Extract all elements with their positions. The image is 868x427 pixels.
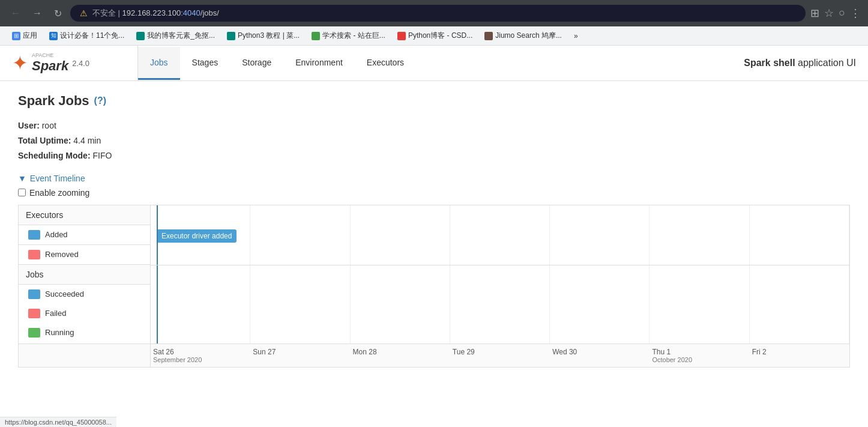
- grid-col-7: [750, 205, 849, 265]
- user-value-text: root: [42, 121, 56, 130]
- timeline-toggle-label: Event Timeline: [30, 174, 85, 183]
- legend-item-running: Running: [19, 323, 150, 342]
- timeline-axis-labels: Sat 26 September 2020 Sun 27 Mon 28 Tue …: [151, 344, 849, 367]
- axis-date-wed30: Wed 30: [552, 348, 647, 356]
- bookmark-3-label: Python3 教程 | 菜...: [238, 31, 300, 41]
- app-title-strong: Spark shell: [744, 58, 795, 68]
- bookmark-2[interactable]: 我的博客元素_免抠...: [131, 29, 220, 43]
- menu-icon[interactable]: ⋮: [850, 7, 861, 20]
- url-text: 不安全 | 192.168.223.100:4040/jobs/: [92, 8, 219, 19]
- axis-label-sat26: Sat 26 September 2020: [151, 347, 250, 365]
- grid-col-j1: [151, 265, 250, 344]
- timeline-container: Executors Added Removed Jobs Succeeded: [18, 205, 850, 368]
- axis-label-sun27: Sun 27: [250, 347, 350, 365]
- uptime-info: Total Uptime: 4.4 min: [18, 133, 850, 148]
- grid-col-j7: [750, 265, 849, 344]
- bookmark-4[interactable]: 学术搜索 - 站在巨...: [307, 29, 390, 43]
- axis-label-fri2: Fri 2: [750, 347, 849, 365]
- bookmark-apps[interactable]: ⊞ 应用: [7, 29, 42, 43]
- legend-item-succeeded: Succeeded: [19, 285, 150, 304]
- profile-icon[interactable]: ○: [839, 7, 845, 20]
- bookmark-3[interactable]: Python3 教程 | 菜...: [222, 29, 304, 43]
- legend-failed-label: Failed: [45, 309, 66, 318]
- axis-date-tue29: Tue 29: [453, 348, 547, 356]
- nav-link-environment[interactable]: Environment: [283, 47, 355, 80]
- axis-date-sat26: Sat 26: [153, 348, 248, 356]
- bookmark-6-icon: [484, 32, 493, 40]
- bookmark-5[interactable]: Python博客 - CSD...: [393, 29, 477, 43]
- timeline-arrow-icon: ▼: [18, 174, 26, 183]
- app-title-rest: application UI: [795, 58, 856, 68]
- bookmark-more-label: »: [574, 32, 578, 40]
- timeline-axis: Sat 26 September 2020 Sun 27 Mon 28 Tue …: [19, 344, 849, 367]
- grid-columns-executors: [151, 205, 849, 265]
- legend-item-failed: Failed: [19, 304, 150, 323]
- grid-col-3: [351, 205, 450, 265]
- bookmarks-bar: ⊞ 应用 知 设计必备！11个免... 我的博客元素_免抠... Python3…: [0, 26, 868, 46]
- apache-label: APACHE: [32, 52, 68, 58]
- grid-columns-jobs: [151, 265, 849, 344]
- translate-icon[interactable]: ⊞: [810, 7, 819, 20]
- axis-label-wed30: Wed 30: [550, 347, 649, 365]
- nav-link-jobs[interactable]: Jobs: [138, 47, 180, 80]
- bookmark-2-label: 我的博客元素_免抠...: [147, 31, 215, 41]
- bookmark-apps-label: 应用: [23, 31, 37, 41]
- grid-col-j6: [649, 265, 749, 344]
- executors-section-header: Executors: [19, 205, 150, 225]
- page-title: Spark Jobs (?): [18, 93, 850, 109]
- uptime-value-text: 4.4 min: [73, 136, 101, 145]
- forward-button[interactable]: →: [29, 7, 46, 20]
- bookmark-1[interactable]: 知 设计必备！11个免...: [44, 29, 129, 43]
- bookmark-3-icon: [227, 32, 235, 40]
- axis-date-fri2: Fri 2: [752, 348, 847, 356]
- timeline-cursor-jobs: [157, 265, 158, 344]
- nav-link-executors[interactable]: Executors: [355, 47, 416, 80]
- uptime-label: Total Uptime:: [18, 136, 71, 145]
- browser-chrome: ← → ↻ ⚠ 不安全 | 192.168.223.100:4040/jobs/…: [0, 0, 868, 26]
- removed-color-box: [28, 250, 40, 259]
- spark-version: 2.4.0: [72, 59, 89, 68]
- legend-item-removed: Removed: [19, 244, 150, 264]
- nav-link-storage[interactable]: Storage: [230, 47, 283, 80]
- spark-star-icon: ✦: [12, 52, 28, 74]
- bookmark-more[interactable]: »: [569, 30, 583, 42]
- grid-row-executors: Executor driver added: [151, 205, 849, 265]
- failed-color-box: [28, 309, 40, 318]
- grid-col-6: [649, 205, 749, 265]
- jobs-section-header: Jobs: [19, 264, 150, 285]
- legend-added-label: Added: [45, 230, 68, 239]
- bookmark-1-icon: 知: [49, 32, 58, 40]
- refresh-button[interactable]: ↻: [50, 7, 65, 20]
- timeline-cursor: [157, 205, 158, 265]
- bookmark-4-icon: [312, 32, 320, 40]
- axis-month-sep: September 2020: [153, 356, 248, 363]
- enable-zoom-checkbox[interactable]: [18, 189, 26, 196]
- user-info: User: root: [18, 118, 850, 133]
- bookmark-icon[interactable]: ☆: [824, 7, 834, 20]
- legend-item-added: Added: [19, 225, 150, 244]
- grid-col-j4: [450, 265, 550, 344]
- enable-zoom-label[interactable]: Enable zooming: [29, 188, 89, 198]
- grid-col-j5: [550, 265, 649, 344]
- help-link[interactable]: (?): [94, 95, 106, 106]
- apps-icon: ⊞: [12, 32, 20, 40]
- axis-label-thu1: Thu 1 October 2020: [649, 347, 749, 365]
- timeline-grid: Executor driver added: [151, 205, 849, 344]
- main-content: Spark Jobs (?) User: root Total Uptime: …: [0, 81, 868, 380]
- axis-label-mon28: Mon 28: [351, 347, 450, 365]
- event-timeline-toggle[interactable]: ▼ Event Timeline: [18, 174, 850, 183]
- bookmark-6[interactable]: Jiumo Search 鸠摩...: [480, 29, 567, 43]
- browser-actions: ⊞ ☆ ○ ⋮: [810, 7, 861, 20]
- app-title: Spark shell application UI: [732, 58, 868, 68]
- axis-date-thu1: Thu 1: [652, 348, 747, 356]
- enable-zoom-row: Enable zooming: [18, 188, 850, 198]
- meta-info: User: root Total Uptime: 4.4 min Schedul…: [18, 118, 850, 164]
- nav-link-stages[interactable]: Stages: [180, 47, 231, 80]
- axis-label-tue29: Tue 29: [450, 347, 550, 365]
- succeeded-color-box: [28, 289, 40, 299]
- timeline-axis-spacer: [19, 344, 151, 367]
- address-bar[interactable]: ⚠ 不安全 | 192.168.223.100:4040/jobs/: [70, 5, 806, 22]
- legend-removed-label: Removed: [45, 250, 79, 259]
- back-button[interactable]: ←: [7, 7, 24, 20]
- security-warning-icon: ⚠: [80, 8, 88, 18]
